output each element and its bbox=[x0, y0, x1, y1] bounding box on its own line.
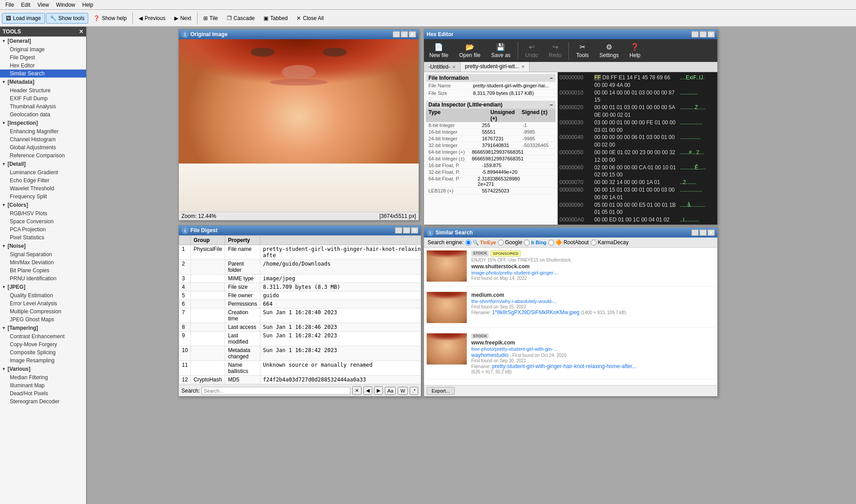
show-tools-button[interactable]: 🔧 Show tools bbox=[46, 13, 89, 24]
minimize-button[interactable]: _ bbox=[395, 227, 402, 234]
rootabout-radio-label[interactable]: 🔶 RootAbout bbox=[548, 239, 589, 246]
tool-pixel-statistics[interactable]: Pixel Statistics bbox=[0, 234, 86, 242]
minimize-button[interactable]: _ bbox=[393, 31, 400, 37]
maximize-button[interactable]: □ bbox=[700, 229, 707, 236]
export-button[interactable]: Export... bbox=[427, 387, 455, 395]
tool-geolocation-data[interactable]: Geolocation data bbox=[0, 111, 86, 119]
tool-channel-histogram[interactable]: Channel Histogram bbox=[0, 135, 86, 143]
hex-view[interactable]: 00000000 FF D8 FF E1 14 F1 45 78 69 66 0… bbox=[558, 72, 717, 225]
category-general-header[interactable]: ▼ [General] bbox=[0, 37, 86, 45]
tool-composite-splicing[interactable]: Composite Splicing bbox=[0, 348, 86, 356]
tool-copy-move-forgery[interactable]: Copy-Move Forgery bbox=[0, 340, 86, 348]
tool-illuminant-map[interactable]: Illuminant Map bbox=[0, 381, 86, 389]
google-radio-label[interactable]: Google bbox=[498, 239, 523, 246]
category-metadata-header[interactable]: ▼ [Metadata] bbox=[0, 78, 86, 86]
close-button[interactable]: ✕ bbox=[708, 229, 715, 236]
tool-thumbnail-analysis[interactable]: Thumbnail Analysis bbox=[0, 102, 86, 111]
tabbed-button[interactable]: ▣ Tabbed bbox=[259, 13, 292, 24]
tool-contrast-enhancement[interactable]: Contrast Enhancement bbox=[0, 332, 86, 340]
tools-close-icon[interactable]: ✕ bbox=[79, 29, 83, 35]
tool-space-conversion[interactable]: Space Conversion bbox=[0, 217, 86, 225]
cascade-button[interactable]: ❐ Cascade bbox=[223, 13, 259, 24]
category-tampering-header[interactable]: ▼ [Tampering] bbox=[0, 324, 86, 332]
tool-file-digest[interactable]: File Digest bbox=[0, 53, 86, 61]
hex-tools-button[interactable]: ✂ Tools bbox=[572, 41, 592, 60]
minimize-button[interactable]: _ bbox=[691, 229, 699, 236]
category-detail-header[interactable]: ▼ [Detail] bbox=[0, 160, 86, 168]
search-regex-button[interactable]: .* bbox=[410, 387, 418, 395]
tool-luminance-gradient[interactable]: Luminance Gradient bbox=[0, 168, 86, 176]
show-help-button[interactable]: ❓ Show help bbox=[89, 13, 131, 24]
maximize-button[interactable]: □ bbox=[700, 31, 707, 37]
hex-tab-file[interactable]: pretty-student-girl-wit... ✕ bbox=[461, 62, 530, 72]
tool-pca-projection[interactable]: PCA Projection bbox=[0, 225, 86, 234]
tool-hex-editor[interactable]: Hex Editor bbox=[0, 61, 86, 70]
category-colors-header[interactable]: ▼ [Colors] bbox=[0, 201, 86, 209]
close-button[interactable]: ✕ bbox=[409, 31, 416, 37]
tool-multiple-compression[interactable]: Multiple Compression bbox=[0, 307, 86, 316]
tool-minmax-deviation[interactable]: Min/Max Deviation bbox=[0, 258, 86, 266]
search-word-button[interactable]: W bbox=[398, 387, 407, 395]
original-image-titlebar[interactable]: i Original Image _ □ ✕ bbox=[179, 29, 419, 39]
bing-radio-label[interactable]: b Bing bbox=[524, 240, 546, 246]
hex-save-as-button[interactable]: 💾 Save as bbox=[488, 41, 514, 60]
tool-similar-search[interactable]: Similar Search bbox=[0, 70, 86, 78]
tool-jpeg-ghost-maps[interactable]: JPEG Ghost Maps bbox=[0, 316, 86, 324]
hex-new-file-button[interactable]: 📄 New file bbox=[426, 41, 452, 60]
load-image-button[interactable]: 🖼 Load image bbox=[2, 13, 45, 24]
tool-image-resampling[interactable]: Image Resampling bbox=[0, 356, 86, 365]
google-radio[interactable] bbox=[498, 240, 504, 246]
tool-frequency-split[interactable]: Frequency Split bbox=[0, 193, 86, 201]
tool-reference-comparison[interactable]: Reference Comparison bbox=[0, 152, 86, 160]
tool-error-level-analysis[interactable]: Error Level Analysis bbox=[0, 299, 86, 307]
tool-dead-hot-pixels[interactable]: Dead/Hot Pixels bbox=[0, 389, 86, 397]
search-case-button[interactable]: Aa bbox=[385, 387, 396, 395]
category-noise-header[interactable]: ▼ [Noise] bbox=[0, 242, 86, 250]
collapse-icon[interactable]: – bbox=[550, 102, 553, 108]
tool-quality-estimation[interactable]: Quality Estimation bbox=[0, 291, 86, 299]
result-link[interactable]: free-photo/pretty-student-girl-with-gin-… bbox=[471, 346, 557, 352]
tool-global-adjustments[interactable]: Global Adjustments bbox=[0, 143, 86, 152]
hex-tab-close-untitled[interactable]: ✕ bbox=[452, 65, 456, 70]
minimize-button[interactable]: _ bbox=[691, 31, 699, 37]
rootabout-radio[interactable] bbox=[548, 240, 554, 246]
tool-wavelet-threshold[interactable]: Wavelet Threshold bbox=[0, 184, 86, 193]
result-link[interactable]: image-photo/pretty-student-girl-ginger-.… bbox=[471, 270, 559, 275]
similar-search-titlebar[interactable]: i Similar Search _ □ ✕ bbox=[424, 228, 717, 238]
tineye-radio-label[interactable]: 🔍 TinEye bbox=[465, 240, 496, 246]
tool-header-structure[interactable]: Header Structure bbox=[0, 86, 86, 94]
file-digest-titlebar[interactable]: i File Digest _ □ ✕ bbox=[179, 225, 421, 235]
menu-edit[interactable]: Edit bbox=[17, 1, 34, 9]
next-button[interactable]: ▶ Next bbox=[170, 13, 195, 24]
menu-window[interactable]: Window bbox=[53, 1, 79, 9]
search-input[interactable] bbox=[202, 387, 350, 395]
close-button[interactable]: ✕ bbox=[708, 31, 715, 37]
tool-signal-separation[interactable]: Signal Separation bbox=[0, 250, 86, 258]
hex-settings-button[interactable]: ⚙ Settings bbox=[596, 41, 622, 60]
tool-median-filtering[interactable]: Median Filtering bbox=[0, 373, 86, 381]
search-prev-button[interactable]: ◀ bbox=[363, 386, 372, 395]
category-inspection-header[interactable]: ▼ [Inspection] bbox=[0, 119, 86, 127]
search-next-button[interactable]: ▶ bbox=[374, 386, 383, 395]
hex-editor-titlebar[interactable]: Hex Editor _ □ ✕ bbox=[424, 29, 717, 39]
tile-button[interactable]: ⊞ Tile bbox=[199, 13, 222, 24]
tool-enhancing-magnifier[interactable]: Enhancing Magnifier bbox=[0, 127, 86, 135]
tineye-radio[interactable] bbox=[465, 240, 471, 246]
hex-tab-close-file[interactable]: ✕ bbox=[521, 64, 525, 69]
result-link[interactable]: the-shortform/why-i-absolutely-would-... bbox=[471, 299, 557, 304]
close-button[interactable]: ✕ bbox=[411, 227, 418, 234]
tool-bit-plane-copies[interactable]: Bit Plane Copies bbox=[0, 266, 86, 275]
menu-file[interactable]: File bbox=[2, 1, 17, 9]
karmadecay-radio-label[interactable]: KarmaDecay bbox=[591, 239, 629, 246]
tool-rgb-hsv-plots[interactable]: RGB/HSV Plots bbox=[0, 209, 86, 217]
category-various-header[interactable]: ▼ [Various] bbox=[0, 365, 86, 373]
tool-stereogram-decoder[interactable]: Stereogram Decoder bbox=[0, 397, 86, 406]
karmadecay-radio[interactable] bbox=[591, 240, 597, 246]
menu-view[interactable]: View bbox=[34, 1, 53, 9]
hex-redo-button[interactable]: ↪ Redo bbox=[545, 41, 565, 60]
bing-radio[interactable] bbox=[524, 240, 530, 246]
tool-echo-edge-filter[interactable]: Echo Edge Filter bbox=[0, 176, 86, 184]
search-clear-button[interactable]: ✕ bbox=[352, 386, 362, 395]
hex-help-button[interactable]: ❓ Help bbox=[626, 41, 644, 60]
maximize-button[interactable]: □ bbox=[403, 227, 410, 234]
